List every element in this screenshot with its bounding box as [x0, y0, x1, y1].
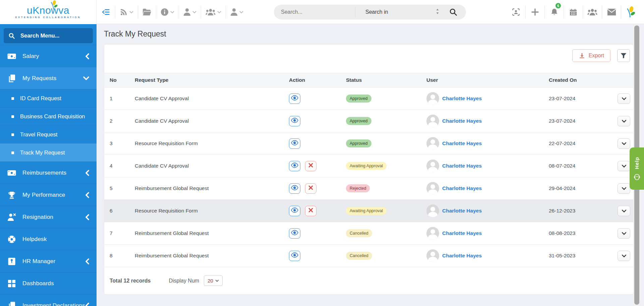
- uknowva-leaf-icon[interactable]: [621, 5, 640, 19]
- bullet-icon: [11, 133, 14, 136]
- export-button[interactable]: Export: [572, 49, 610, 62]
- col-header-no[interactable]: No: [110, 77, 135, 83]
- avatar: [426, 160, 439, 172]
- user-link[interactable]: Charlotte Hayes: [442, 118, 482, 124]
- sidebar-item-business-card-requisition[interactable]: Business Card Requisition: [0, 107, 97, 125]
- user-link[interactable]: Charlotte Hayes: [442, 96, 482, 102]
- sidebar-item-salary[interactable]: Salary: [0, 45, 97, 67]
- cell-user: Charlotte Hayes: [426, 227, 549, 240]
- cell-user: Charlotte Hayes: [426, 137, 549, 150]
- info-icon[interactable]: [156, 5, 179, 19]
- cancel-request-button[interactable]: [305, 161, 316, 171]
- sidebar-item-track-my-request[interactable]: Track My Request: [0, 143, 97, 162]
- cancel-request-button[interactable]: [305, 206, 316, 216]
- chevron-left-icon: [85, 258, 89, 264]
- plus-icon[interactable]: [526, 5, 544, 19]
- col-header-created-on[interactable]: Created On: [549, 77, 618, 83]
- notification-count-badge: 6: [555, 2, 562, 9]
- x-icon: [308, 185, 313, 191]
- chevron-left-icon: [85, 170, 89, 176]
- status-badge: Approved: [346, 95, 371, 103]
- cell-created-on: 23-07-2024: [549, 96, 618, 102]
- sidebar-item-hr-manager[interactable]: HR Manager: [0, 250, 97, 272]
- sidebar-item-travel-request[interactable]: Travel Request: [0, 125, 97, 143]
- sidebar-item-helpdesk[interactable]: Helpdesk: [0, 228, 97, 250]
- filter-button[interactable]: [617, 49, 630, 62]
- sidebar-item-label: Dashboards: [22, 280, 54, 287]
- col-header-status[interactable]: Status: [346, 77, 426, 83]
- view-button[interactable]: [289, 161, 300, 171]
- help-tab[interactable]: Help: [630, 147, 644, 190]
- cell-status: Rejected: [346, 184, 426, 192]
- chevron-left-icon: [85, 53, 89, 59]
- mail-icon[interactable]: [602, 5, 621, 19]
- sidebar-item-label: Business Card Requisition: [20, 113, 85, 120]
- chevron-down-icon: [622, 185, 626, 191]
- user-link[interactable]: Charlotte Hayes: [442, 140, 482, 146]
- sidebar-item-my-performance[interactable]: My Performance: [0, 184, 97, 206]
- sidebar-search-box[interactable]: [4, 28, 93, 43]
- chevron-down-icon: [622, 118, 626, 124]
- cell-status: Cancelled: [346, 229, 426, 237]
- search-input[interactable]: [281, 9, 350, 15]
- avatar: [426, 115, 439, 127]
- cell-actions: [289, 116, 346, 126]
- status-badge: Cancelled: [346, 252, 372, 260]
- user-icon[interactable]: [179, 5, 201, 19]
- row-expand-button[interactable]: [618, 94, 630, 104]
- sidebar-item-investment-declarations[interactable]: Investment Declarations: [0, 294, 97, 306]
- search-in-dropdown[interactable]: Search in: [355, 9, 449, 15]
- calendar-icon[interactable]: [564, 5, 583, 19]
- view-button[interactable]: [289, 206, 300, 216]
- sidebar-item-resignation[interactable]: Resignation: [0, 206, 97, 228]
- row-expand-button[interactable]: [618, 228, 630, 239]
- pages-icon: [7, 302, 16, 306]
- user-link[interactable]: Charlotte Hayes: [442, 185, 482, 191]
- user-link[interactable]: Charlotte Hayes: [442, 253, 482, 259]
- row-expand-button[interactable]: [618, 251, 630, 261]
- card-toolbar: Export: [104, 49, 633, 62]
- sidebar-item-dashboards[interactable]: Dashboards: [0, 272, 97, 294]
- display-num-select[interactable]: 20: [204, 276, 223, 286]
- view-button[interactable]: [289, 116, 300, 126]
- col-header-user[interactable]: User: [426, 77, 549, 83]
- user-link[interactable]: Charlotte Hayes: [442, 230, 482, 236]
- cancel-request-button[interactable]: [305, 183, 316, 194]
- sidebar-item-my-requests[interactable]: My Requests: [0, 67, 97, 89]
- status-badge: Approved: [346, 139, 371, 147]
- cell-created-on: 29-04-2024: [549, 185, 618, 191]
- status-badge: Awaiting Approval: [346, 162, 387, 170]
- sidebar-search-input[interactable]: [20, 33, 87, 39]
- view-button[interactable]: [289, 138, 300, 149]
- rss-feed-icon[interactable]: [115, 5, 138, 19]
- view-button[interactable]: [289, 183, 300, 194]
- user-icon[interactable]: [226, 5, 248, 19]
- app-logo[interactable]: uKnowva EXTENDING COLLABORATION: [0, 0, 97, 24]
- user-link[interactable]: Charlotte Hayes: [442, 208, 482, 214]
- sidebar-item-reimbursements[interactable]: Reimbursements: [0, 162, 97, 184]
- user-link[interactable]: Charlotte Hayes: [442, 163, 482, 169]
- notifications-bell-icon[interactable]: 6: [545, 5, 564, 19]
- folder-icon[interactable]: [138, 5, 156, 19]
- cell-actions: [289, 206, 346, 216]
- view-button[interactable]: [289, 251, 300, 261]
- users-icon[interactable]: [201, 5, 226, 19]
- sidebar-toggle-icon[interactable]: [101, 5, 115, 19]
- sidebar-item-id-card-request[interactable]: ID Card Request: [0, 89, 97, 107]
- row-expand-button[interactable]: [618, 138, 630, 149]
- bullet-icon: [11, 151, 14, 154]
- cell-no: 1: [110, 96, 135, 102]
- cell-user: Charlotte Hayes: [426, 160, 549, 172]
- row-expand-button[interactable]: [618, 206, 630, 216]
- search-submit-icon[interactable]: [449, 8, 466, 16]
- people-icon[interactable]: [583, 5, 602, 19]
- chevron-left-icon: [85, 303, 89, 306]
- view-button[interactable]: [289, 228, 300, 239]
- row-expand-button[interactable]: [618, 161, 630, 171]
- cell-actions: [289, 228, 346, 239]
- view-button[interactable]: [289, 94, 300, 104]
- col-header-request-type[interactable]: Request Type: [135, 77, 289, 83]
- row-expand-button[interactable]: [618, 183, 630, 194]
- face-scan-icon[interactable]: [507, 5, 525, 19]
- row-expand-button[interactable]: [618, 116, 630, 126]
